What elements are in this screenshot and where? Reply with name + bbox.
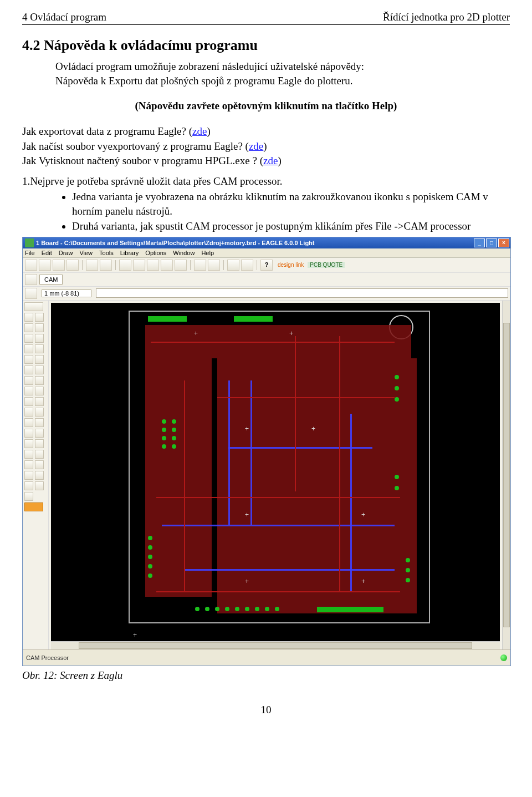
eagle-side-toolbar — [23, 301, 49, 649]
intro-line-2: Nápověda k Exportu dat plošných spojů z … — [55, 74, 510, 88]
header-left: 4 Ovládací program — [22, 11, 106, 23]
tb-sch-icon[interactable] — [86, 260, 98, 271]
eagle-app-icon — [25, 238, 34, 247]
st-cut-icon[interactable] — [24, 355, 33, 364]
st-arc-icon[interactable] — [35, 429, 44, 438]
st-display-icon[interactable] — [35, 313, 44, 322]
menu-edit[interactable]: Edit — [42, 250, 52, 256]
eagle-title-text: 1 Board - C:\Documents and Settings\Mart… — [36, 240, 315, 246]
page-header: 4 Ovládací program Řídící jednotka pro 2… — [22, 11, 510, 25]
tb-go-icon[interactable] — [241, 260, 253, 271]
menu-window[interactable]: Window — [173, 250, 195, 256]
coord-command-input[interactable] — [96, 288, 508, 298]
st-poly-icon[interactable] — [35, 439, 44, 448]
eagle-canvas[interactable]: + + + + + + + + + — [51, 303, 500, 641]
st-paste-icon[interactable] — [35, 355, 44, 364]
st-info-icon[interactable] — [24, 302, 43, 311]
menu-view[interactable]: View — [79, 250, 93, 256]
st-copy-icon[interactable] — [35, 323, 44, 332]
st-move-icon[interactable] — [24, 323, 33, 332]
st-add-icon[interactable] — [35, 365, 44, 374]
st-signal-icon[interactable] — [35, 450, 44, 459]
menu-library[interactable]: Library — [120, 250, 139, 256]
tb-redo-icon[interactable] — [208, 260, 220, 271]
st-smash-icon[interactable] — [35, 387, 44, 395]
h-scroll-thumb[interactable] — [79, 642, 472, 649]
tb-zoom-icon[interactable] — [119, 260, 131, 271]
eagle-coord-bar: 1 mm (-8 81) — [23, 287, 510, 301]
menu-tools[interactable]: Tools — [99, 250, 114, 256]
link-zde-2[interactable]: zde — [249, 140, 263, 152]
design-link-label[interactable]: design link — [278, 262, 304, 268]
st-rotate-icon[interactable] — [35, 334, 44, 343]
tb-grid-icon[interactable] — [25, 274, 37, 285]
st-errors-icon[interactable] — [24, 502, 43, 511]
st-delete-icon[interactable] — [24, 365, 33, 374]
step-1-bullets: Jedna varianta je vyobrazena na obrázku … — [72, 190, 510, 233]
st-auto-icon[interactable] — [24, 481, 33, 490]
st-name-icon[interactable] — [35, 376, 44, 385]
status-text: CAM Processor — [26, 654, 69, 661]
link-zde-3[interactable]: zde — [263, 155, 278, 166]
st-hole-icon[interactable] — [24, 460, 33, 469]
menu-help[interactable]: Help — [201, 250, 214, 256]
tb-print-icon[interactable] — [53, 260, 65, 271]
tb-zoom-in-icon[interactable] — [133, 260, 145, 271]
tb-open-icon[interactable] — [25, 260, 37, 271]
bullet-2: Druhá varianta, jak spustit CAM processo… — [72, 219, 510, 233]
tb-zoom-fit-icon[interactable] — [161, 260, 173, 271]
st-ripup-icon[interactable] — [35, 408, 44, 417]
window-minimize-button[interactable]: _ — [474, 238, 485, 247]
st-mirror-icon[interactable] — [24, 334, 33, 343]
st-text-icon[interactable] — [35, 418, 44, 427]
st-via-icon[interactable] — [24, 450, 33, 459]
st-ratsnest-icon[interactable] — [35, 471, 44, 480]
st-group-icon[interactable] — [24, 344, 33, 353]
st-attr-icon[interactable] — [35, 460, 44, 469]
link-zde-1[interactable]: zde — [192, 125, 207, 137]
st-dim-icon[interactable] — [24, 471, 33, 480]
v-scroll-thumb[interactable] — [503, 323, 510, 627]
window-close-button[interactable]: × — [498, 238, 509, 247]
menu-options[interactable]: Options — [145, 250, 166, 256]
cam-combo[interactable]: CAM — [39, 275, 63, 285]
st-split-icon[interactable] — [35, 397, 44, 406]
st-layer-icon[interactable] — [24, 313, 33, 322]
st-rect-icon[interactable] — [24, 439, 33, 448]
tb-cam-icon[interactable] — [66, 260, 79, 271]
tb-brd-icon[interactable] — [100, 260, 112, 271]
st-wire-icon[interactable] — [24, 418, 33, 427]
eagle-titlebar: 1 Board - C:\Documents and Settings\Mart… — [23, 237, 510, 248]
menu-draw[interactable]: Draw — [59, 250, 73, 256]
tb-stop-icon[interactable] — [227, 260, 239, 271]
st-route-icon[interactable] — [24, 408, 33, 417]
coord-mm-box: 1 mm (-8 81) — [42, 290, 91, 297]
st-miter-icon[interactable] — [24, 397, 33, 406]
intro-line-1: Ovládací program umožňuje zobrazení násl… — [55, 59, 510, 74]
tb-zoom-sel-icon[interactable] — [175, 260, 187, 271]
st-drc-icon[interactable] — [24, 492, 33, 501]
st-circle-icon[interactable] — [24, 429, 33, 438]
figure-caption: Obr. 12: Screen z Eaglu — [22, 669, 510, 682]
canvas-v-scrollbar[interactable] — [502, 301, 510, 649]
eagle-canvas-wrap: + + + + + + + + + — [49, 301, 502, 649]
st-replace-icon[interactable] — [24, 376, 33, 385]
tb-undo-icon[interactable] — [194, 260, 206, 271]
menu-file[interactable]: File — [25, 250, 35, 256]
canvas-h-scrollbar[interactable] — [51, 641, 500, 649]
step-1: 1.Nejprve je potřeba správně uložit data… — [22, 175, 510, 187]
eagle-screenshot: 1 Board - C:\Documents and Settings\Mart… — [22, 237, 511, 666]
st-change-icon[interactable] — [35, 344, 44, 353]
window-maximize-button[interactable]: □ — [486, 238, 497, 247]
page-number: 10 — [22, 704, 510, 716]
tb-zoom-out-icon[interactable] — [147, 260, 159, 271]
header-right: Řídící jednotka pro 2D plotter — [383, 11, 510, 23]
question-3: Jak Vytisknout načtený soubor v programu… — [22, 154, 510, 169]
pcb-quote-label[interactable]: PCB QUOTE — [308, 262, 345, 268]
tb-help-icon[interactable]: ? — [260, 260, 273, 271]
st-value-icon[interactable] — [24, 387, 33, 395]
tb-save-icon[interactable] — [39, 260, 51, 271]
tb-info-icon[interactable] — [25, 288, 37, 299]
question-2: Jak načíst soubor vyexportovaný z progra… — [22, 139, 510, 154]
st-erc-icon[interactable] — [35, 481, 44, 490]
